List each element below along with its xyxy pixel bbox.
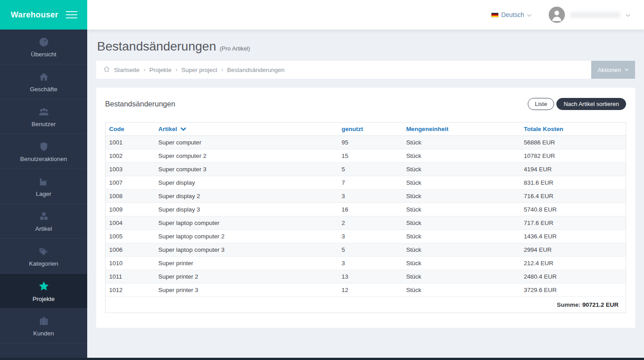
- cell-totale-kosten: 56886 EUR: [520, 136, 626, 149]
- users-icon: [38, 106, 50, 118]
- sidebar-item-lager[interactable]: Lager: [0, 169, 87, 204]
- cell-totale-kosten: 5740.8 EUR: [520, 203, 626, 216]
- table-row: 1009 Super display 3 16 Stück 5740.8 EUR: [106, 203, 626, 216]
- sidebar-item-projekte[interactable]: Projekte: [0, 274, 87, 309]
- table-row: 1004 Super laptop computer 2 Stück 717.6…: [106, 216, 626, 230]
- shield-icon: [38, 141, 50, 152]
- breadcrumb-item-projekte[interactable]: Projekte: [149, 67, 172, 73]
- cell-code: 1002: [106, 149, 155, 163]
- cell-genutzt: 95: [338, 136, 402, 149]
- cell-totale-kosten: 3729.6 EUR: [520, 284, 626, 297]
- table-row: 1011 Super printer 2 13 Stück 2480.4 EUR: [106, 270, 626, 284]
- actions-button[interactable]: Aktionen: [591, 61, 635, 79]
- cell-artikel: Super laptop computer 3: [155, 243, 338, 257]
- table-row: 1007 Super display 7 Stück 831.6 EUR: [106, 176, 626, 190]
- breadcrumb-item-super-project[interactable]: Super project: [182, 67, 217, 73]
- cell-artikel: Super display 3: [155, 203, 338, 216]
- sidebar-item-geschaefte[interactable]: Geschäfte: [0, 64, 87, 99]
- cell-genutzt: 15: [338, 149, 402, 163]
- briefcase-icon: [38, 315, 50, 327]
- cell-code: 1008: [106, 190, 155, 203]
- dashboard-icon: [38, 36, 50, 48]
- page-head: Bestandsänderungen (Pro Artikel): [97, 39, 634, 54]
- table-row: 1005 Super laptop computer 2 3 Stück 143…: [106, 230, 626, 243]
- cell-totale-kosten: 10782 EUR: [520, 149, 626, 163]
- table-body: 1001 Super computer 95 Stück 56886 EUR 1…: [106, 136, 626, 297]
- cell-totale-kosten: 212.4 EUR: [520, 257, 626, 270]
- view-toggle-buttons: Liste Nach Artikel sortieren: [528, 98, 626, 110]
- cell-genutzt: 2: [338, 216, 402, 230]
- cell-artikel: Super computer: [155, 136, 338, 149]
- cell-mengeneinheit: Stück: [402, 284, 520, 297]
- stock-changes-card: Bestandsänderungen Liste Nach Artikel so…: [96, 88, 635, 328]
- cell-totale-kosten: 1436.4 EUR: [520, 230, 626, 243]
- column-header-mengeneinheit[interactable]: Mengeneinheit: [402, 123, 520, 136]
- table-row: 1012 Super printer 3 12 Stück 3729.6 EUR: [106, 284, 626, 297]
- cell-mengeneinheit: Stück: [402, 270, 520, 284]
- sidebar-item-label: Benutzer: [31, 121, 55, 127]
- sidebar-item-label: Übersicht: [31, 51, 56, 58]
- brand-logo: Warehouser: [11, 10, 58, 20]
- breadcrumb-bar: Startseite › Projekte › Super project › …: [96, 61, 635, 79]
- column-header-code[interactable]: Code: [106, 123, 155, 136]
- column-header-totale-kosten[interactable]: Totale Kosten: [520, 123, 626, 136]
- language-label: Deutsch: [501, 11, 524, 18]
- user-name-redacted: [570, 12, 620, 18]
- list-view-button[interactable]: Liste: [528, 98, 554, 110]
- sidebar-item-benutzeraktionen[interactable]: Benutzeraktionen: [0, 134, 87, 169]
- sort-by-article-button[interactable]: Nach Artikel sortieren: [556, 98, 626, 110]
- card-title: Bestandsänderungen: [105, 100, 175, 108]
- sidebar-item-label: Kategorien: [29, 260, 58, 267]
- cell-mengeneinheit: Stück: [402, 230, 520, 243]
- card-header: Bestandsänderungen Liste Nach Artikel so…: [96, 88, 635, 122]
- sidebar-item-label: Geschäfte: [30, 86, 58, 93]
- page-subtitle: (Pro Artikel): [220, 45, 250, 52]
- cell-mengeneinheit: Stück: [402, 136, 520, 149]
- factory-icon: [38, 176, 50, 187]
- cell-artikel: Super display: [155, 176, 338, 190]
- cell-artikel: Super printer: [155, 257, 338, 270]
- breadcrumb-separator: ›: [144, 67, 145, 73]
- cell-genutzt: 3: [338, 257, 402, 270]
- cell-code: 1003: [106, 163, 155, 176]
- cell-artikel: Super laptop computer: [155, 216, 338, 230]
- home-icon: [103, 66, 110, 74]
- sidebar-item-uebersicht[interactable]: Übersicht: [0, 30, 87, 64]
- table-row: 1006 Super laptop computer 3 5 Stück 299…: [106, 243, 626, 257]
- cell-mengeneinheit: Stück: [402, 190, 520, 203]
- sidebar-item-label: Projekte: [33, 296, 55, 302]
- cell-totale-kosten: 716.4 EUR: [520, 190, 626, 203]
- table-row: 1001 Super computer 95 Stück 56886 EUR: [106, 136, 626, 149]
- breadcrumb-separator: ›: [176, 67, 178, 73]
- brand-bar: Warehouser: [0, 0, 87, 30]
- breadcrumb-item-startseite[interactable]: Startseite: [114, 67, 140, 73]
- sidebar-item-label: Lager: [36, 191, 51, 197]
- content-area: Bestandsänderungen (Pro Artikel) Startse…: [87, 39, 644, 328]
- table-row: 1002 Super computer 2 15 Stück 10782 EUR: [106, 149, 626, 163]
- language-selector[interactable]: Deutsch: [491, 11, 532, 19]
- table-row: 1008 Super display 2 3 Stück 716.4 EUR: [106, 190, 626, 203]
- hamburger-menu-icon[interactable]: [66, 9, 77, 21]
- sidebar-item-artikel[interactable]: Artikel: [0, 204, 87, 239]
- sidebar-item-kategorien[interactable]: Kategorien: [0, 239, 87, 274]
- sidebar-item-kunden[interactable]: Kunden: [0, 309, 87, 343]
- cell-artikel: Super printer 2: [155, 270, 338, 284]
- cell-genutzt: 16: [338, 203, 402, 216]
- chevron-down-icon: [626, 11, 631, 19]
- cell-code: 1006: [106, 243, 155, 257]
- cell-mengeneinheit: Stück: [402, 176, 520, 190]
- summary-cell: Summe: 90721.2 EUR: [106, 297, 626, 313]
- cell-artikel: Super computer 2: [155, 149, 338, 163]
- cell-genutzt: 3: [338, 190, 402, 203]
- column-header-artikel[interactable]: Artikel: [155, 123, 338, 136]
- user-menu[interactable]: [549, 7, 631, 23]
- cell-genutzt: 7: [338, 176, 402, 190]
- sidebar-item-label: Kunden: [33, 330, 54, 337]
- column-header-genutzt[interactable]: genutzt: [338, 123, 402, 136]
- cell-totale-kosten: 717.6 EUR: [520, 216, 626, 230]
- breadcrumb: Startseite › Projekte › Super project › …: [96, 66, 284, 74]
- cell-code: 1010: [106, 257, 155, 270]
- cell-genutzt: 13: [338, 270, 402, 284]
- cell-totale-kosten: 4194 EUR: [520, 163, 626, 176]
- sidebar-item-benutzer[interactable]: Benutzer: [0, 99, 87, 134]
